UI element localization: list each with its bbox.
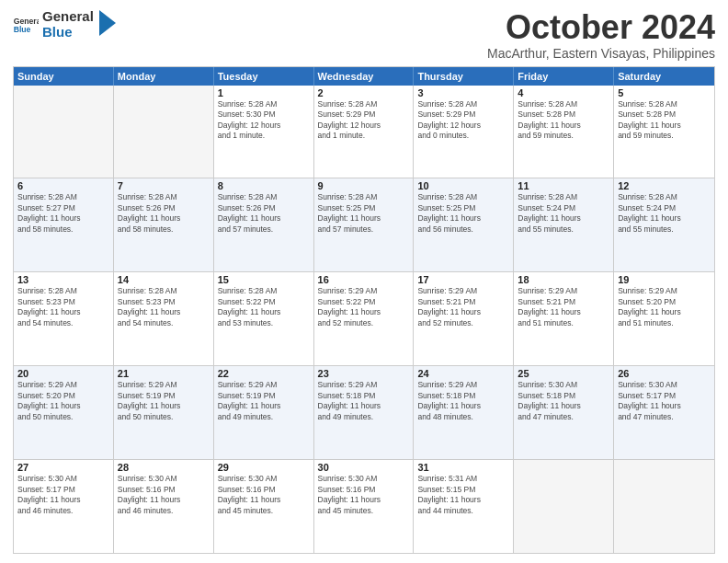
day-cell-4: 4Sunrise: 5:28 AMSunset: 5:28 PMDaylight… xyxy=(514,86,614,178)
calendar: SundayMondayTuesdayWednesdayThursdayFrid… xyxy=(13,66,715,554)
calendar-row-3: 13Sunrise: 5:28 AMSunset: 5:23 PMDayligh… xyxy=(14,271,714,365)
day-number: 5 xyxy=(618,87,711,98)
day-cell-7: 7Sunrise: 5:28 AMSunset: 5:26 PMDaylight… xyxy=(114,178,214,271)
day-info: Sunrise: 5:28 AMSunset: 5:28 PMDaylight:… xyxy=(618,99,711,142)
day-cell-29: 29Sunrise: 5:30 AMSunset: 5:16 PMDayligh… xyxy=(214,460,314,553)
day-info: Sunrise: 5:28 AMSunset: 5:24 PMDaylight:… xyxy=(618,192,711,235)
day-number: 6 xyxy=(17,180,109,191)
logo: General Blue General Blue xyxy=(13,9,119,40)
header-day-tuesday: Tuesday xyxy=(214,67,314,86)
header-day-sunday: Sunday xyxy=(14,67,114,86)
day-info: Sunrise: 5:29 AMSunset: 5:22 PMDaylight:… xyxy=(318,286,410,328)
day-info: Sunrise: 5:28 AMSunset: 5:22 PMDaylight:… xyxy=(218,286,310,328)
calendar-row-2: 6Sunrise: 5:28 AMSunset: 5:27 PMDaylight… xyxy=(14,178,714,271)
day-number: 27 xyxy=(17,462,109,473)
day-info: Sunrise: 5:28 AMSunset: 5:25 PMDaylight:… xyxy=(318,192,410,235)
page: General Blue General Blue October 2024 M… xyxy=(0,0,728,563)
day-info: Sunrise: 5:30 AMSunset: 5:16 PMDaylight:… xyxy=(218,474,310,516)
day-number: 26 xyxy=(618,368,711,379)
day-cell-30: 30Sunrise: 5:30 AMSunset: 5:16 PMDayligh… xyxy=(314,460,415,553)
day-cell-18: 18Sunrise: 5:29 AMSunset: 5:21 PMDayligh… xyxy=(514,272,614,365)
day-info: Sunrise: 5:30 AMSunset: 5:16 PMDaylight:… xyxy=(118,474,210,516)
calendar-body: 1Sunrise: 5:28 AMSunset: 5:30 PMDaylight… xyxy=(14,86,714,553)
day-info: Sunrise: 5:30 AMSunset: 5:18 PMDaylight:… xyxy=(518,380,609,422)
day-number: 19 xyxy=(618,274,711,285)
day-cell-1: 1Sunrise: 5:28 AMSunset: 5:30 PMDaylight… xyxy=(214,86,314,178)
day-number: 20 xyxy=(17,368,109,379)
day-cell-15: 15Sunrise: 5:28 AMSunset: 5:22 PMDayligh… xyxy=(214,272,314,365)
day-number: 14 xyxy=(118,274,210,285)
day-info: Sunrise: 5:29 AMSunset: 5:19 PMDaylight:… xyxy=(218,380,310,422)
day-cell-12: 12Sunrise: 5:28 AMSunset: 5:24 PMDayligh… xyxy=(614,178,714,271)
header-day-monday: Monday xyxy=(114,67,214,86)
day-number: 13 xyxy=(17,274,109,285)
day-cell-21: 21Sunrise: 5:29 AMSunset: 5:19 PMDayligh… xyxy=(114,366,214,459)
day-number: 21 xyxy=(118,368,210,379)
day-info: Sunrise: 5:28 AMSunset: 5:23 PMDaylight:… xyxy=(17,286,109,328)
day-cell-14: 14Sunrise: 5:28 AMSunset: 5:23 PMDayligh… xyxy=(114,272,214,365)
logo-blue: Blue xyxy=(42,25,94,40)
day-number: 11 xyxy=(518,180,609,191)
header: General Blue General Blue October 2024 M… xyxy=(13,9,715,61)
day-number: 12 xyxy=(618,180,711,191)
day-cell-24: 24Sunrise: 5:29 AMSunset: 5:18 PMDayligh… xyxy=(414,366,514,459)
day-info: Sunrise: 5:28 AMSunset: 5:26 PMDaylight:… xyxy=(118,192,210,235)
day-info: Sunrise: 5:28 AMSunset: 5:28 PMDaylight:… xyxy=(518,99,609,142)
day-number: 31 xyxy=(417,462,509,473)
day-cell-empty xyxy=(514,460,614,553)
day-cell-20: 20Sunrise: 5:29 AMSunset: 5:20 PMDayligh… xyxy=(14,366,114,459)
day-info: Sunrise: 5:29 AMSunset: 5:18 PMDaylight:… xyxy=(417,380,509,422)
day-info: Sunrise: 5:29 AMSunset: 5:21 PMDaylight:… xyxy=(417,286,509,328)
day-cell-13: 13Sunrise: 5:28 AMSunset: 5:23 PMDayligh… xyxy=(14,272,114,365)
month-title: October 2024 xyxy=(487,9,715,46)
day-info: Sunrise: 5:28 AMSunset: 5:29 PMDaylight:… xyxy=(318,99,410,142)
day-cell-23: 23Sunrise: 5:29 AMSunset: 5:18 PMDayligh… xyxy=(314,366,415,459)
calendar-row-4: 20Sunrise: 5:29 AMSunset: 5:20 PMDayligh… xyxy=(14,365,714,459)
header-day-saturday: Saturday xyxy=(614,67,714,86)
calendar-header: SundayMondayTuesdayWednesdayThursdayFrid… xyxy=(14,67,714,86)
day-number: 18 xyxy=(518,274,609,285)
day-number: 1 xyxy=(218,87,310,98)
day-info: Sunrise: 5:31 AMSunset: 5:15 PMDaylight:… xyxy=(417,474,509,516)
day-cell-19: 19Sunrise: 5:29 AMSunset: 5:20 PMDayligh… xyxy=(614,272,714,365)
svg-marker-3 xyxy=(99,10,116,36)
day-cell-empty xyxy=(14,86,114,178)
day-info: Sunrise: 5:28 AMSunset: 5:30 PMDaylight:… xyxy=(218,99,310,142)
day-number: 7 xyxy=(118,180,210,191)
day-cell-3: 3Sunrise: 5:28 AMSunset: 5:29 PMDaylight… xyxy=(414,86,514,178)
calendar-row-1: 1Sunrise: 5:28 AMSunset: 5:30 PMDaylight… xyxy=(14,86,714,178)
day-cell-17: 17Sunrise: 5:29 AMSunset: 5:21 PMDayligh… xyxy=(414,272,514,365)
day-info: Sunrise: 5:28 AMSunset: 5:23 PMDaylight:… xyxy=(118,286,210,328)
logo-arrow-icon xyxy=(99,10,119,36)
day-number: 23 xyxy=(318,368,410,379)
calendar-row-5: 27Sunrise: 5:30 AMSunset: 5:17 PMDayligh… xyxy=(14,459,714,553)
day-cell-10: 10Sunrise: 5:28 AMSunset: 5:25 PMDayligh… xyxy=(414,178,514,271)
day-cell-2: 2Sunrise: 5:28 AMSunset: 5:29 PMDaylight… xyxy=(314,86,415,178)
day-cell-26: 26Sunrise: 5:30 AMSunset: 5:17 PMDayligh… xyxy=(614,366,714,459)
logo-icon: General Blue xyxy=(13,16,39,34)
day-info: Sunrise: 5:29 AMSunset: 5:20 PMDaylight:… xyxy=(17,380,109,422)
day-cell-28: 28Sunrise: 5:30 AMSunset: 5:16 PMDayligh… xyxy=(114,460,214,553)
location-title: MacArthur, Eastern Visayas, Philippines xyxy=(487,46,715,61)
day-info: Sunrise: 5:30 AMSunset: 5:17 PMDaylight:… xyxy=(618,380,711,422)
svg-text:Blue: Blue xyxy=(14,25,31,34)
day-number: 2 xyxy=(318,87,410,98)
day-number: 28 xyxy=(118,462,210,473)
day-number: 4 xyxy=(518,87,609,98)
header-day-friday: Friday xyxy=(514,67,614,86)
day-cell-8: 8Sunrise: 5:28 AMSunset: 5:26 PMDaylight… xyxy=(214,178,314,271)
day-cell-11: 11Sunrise: 5:28 AMSunset: 5:24 PMDayligh… xyxy=(514,178,614,271)
day-number: 25 xyxy=(518,368,609,379)
title-block: October 2024 MacArthur, Eastern Visayas,… xyxy=(487,9,715,61)
day-number: 17 xyxy=(417,274,509,285)
logo-general: General xyxy=(42,9,94,25)
day-info: Sunrise: 5:28 AMSunset: 5:29 PMDaylight:… xyxy=(417,99,509,142)
day-cell-empty xyxy=(614,460,714,553)
day-cell-16: 16Sunrise: 5:29 AMSunset: 5:22 PMDayligh… xyxy=(314,272,415,365)
day-number: 30 xyxy=(318,462,410,473)
day-number: 9 xyxy=(318,180,410,191)
day-info: Sunrise: 5:28 AMSunset: 5:24 PMDaylight:… xyxy=(518,192,609,235)
day-info: Sunrise: 5:29 AMSunset: 5:19 PMDaylight:… xyxy=(118,380,210,422)
day-number: 3 xyxy=(417,87,509,98)
day-number: 15 xyxy=(218,274,310,285)
